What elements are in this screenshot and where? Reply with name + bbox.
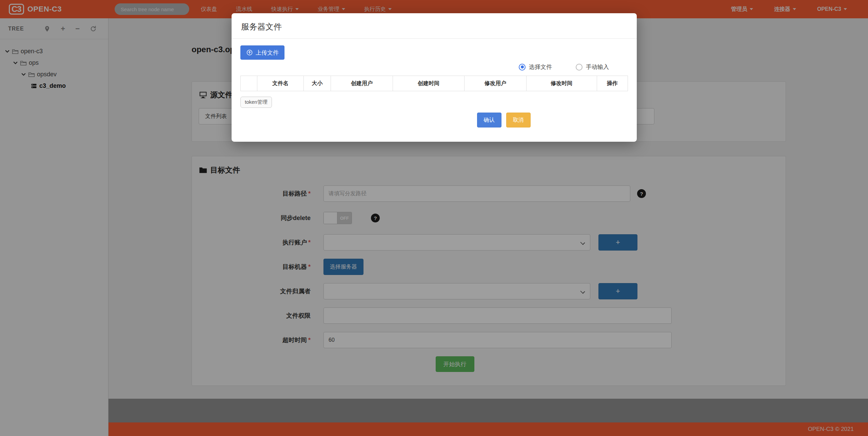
upload-file-button[interactable]: 上传文件	[240, 45, 284, 60]
col-create-user: 创建用户	[331, 76, 393, 91]
table-header-row: 文件名 大小 创建用户 创建时间 修改用户 修改时间 操作	[241, 76, 628, 91]
confirm-button[interactable]: 确认	[477, 113, 501, 127]
radio-icon	[576, 64, 583, 71]
col-size: 大小	[304, 76, 331, 91]
modal-title: 服务器文件	[241, 22, 282, 31]
cancel-button[interactable]: 取消	[506, 113, 531, 127]
radio-manual-input[interactable]: 手动输入	[576, 63, 609, 71]
modal-body: 上传文件 选择文件 手动输入 文件名 大小 创建用户	[232, 39, 637, 136]
file-mode-radios: 选择文件 手动输入	[240, 63, 628, 71]
server-file-modal: 服务器文件 上传文件 选择文件 手动输入	[232, 13, 637, 142]
col-create-time: 创建时间	[393, 76, 464, 91]
col-modify-time: 修改时间	[526, 76, 597, 91]
modal-actions: 确认 取消	[310, 113, 697, 127]
col-checkbox	[241, 76, 257, 91]
radio-label: 选择文件	[529, 63, 552, 71]
col-modify-user: 修改用户	[465, 76, 527, 91]
upload-button-label: 上传文件	[256, 49, 279, 57]
radio-label: 手动输入	[586, 63, 609, 71]
upload-icon	[246, 49, 253, 56]
modal-header: 服务器文件	[232, 13, 637, 39]
radio-icon	[519, 64, 526, 71]
radio-select-file[interactable]: 选择文件	[519, 63, 552, 71]
col-filename: 文件名	[257, 76, 304, 91]
col-actions: 操作	[597, 76, 628, 91]
server-files-table: 文件名 大小 创建用户 创建时间 修改用户 修改时间 操作	[240, 76, 628, 91]
token-manage-button[interactable]: token管理	[240, 97, 272, 108]
